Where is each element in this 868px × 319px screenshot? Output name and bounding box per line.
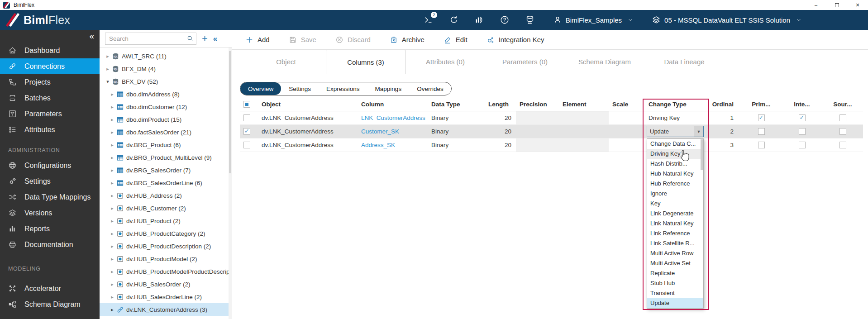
chart-icon[interactable] [474, 15, 484, 25]
dropdown-scrollbar-thumb[interactable] [701, 139, 703, 170]
sidebar-item-attributes[interactable]: Attributes [0, 122, 100, 138]
brand-logo[interactable]: BimlFlex [6, 13, 70, 27]
dropdown-option[interactable]: Key [647, 199, 703, 209]
dropdown-option[interactable]: Multi Active Row [647, 248, 703, 258]
dropdown-option[interactable]: Update [647, 298, 703, 308]
chevron-collapsed-icon[interactable]: ▸ [110, 167, 115, 173]
tree-add-button[interactable]: + [202, 33, 208, 43]
dropdown-option[interactable]: Hub Reference [647, 179, 703, 189]
discard-button[interactable]: Discard [335, 36, 371, 44]
sidebar-collapse-icon[interactable]: « [89, 32, 94, 40]
sidebar-item-versions[interactable]: Versions [0, 205, 100, 221]
console-icon[interactable]: 7 [424, 15, 434, 25]
dropdown-option[interactable]: Hash Distrib... [647, 159, 703, 169]
chevron-collapsed-icon[interactable]: ▸ [110, 117, 115, 123]
column-name-link[interactable]: Address_SK [361, 142, 395, 148]
tab-schema-diagram[interactable]: Schema Diagram [565, 50, 644, 74]
inte-checkbox[interactable] [799, 114, 806, 121]
dropdown-option[interactable]: Ignore [647, 189, 703, 199]
tab-data-lineage[interactable]: Data Lineage [644, 50, 724, 74]
tree-item[interactable]: ▸dbo.dimCustomer (12) [100, 100, 229, 113]
sidebar-item-reports[interactable]: Reports [0, 221, 100, 237]
tree-scrollbar[interactable] [229, 48, 232, 319]
tree-item[interactable]: ▾SQLBFX_DV (52) [100, 75, 229, 88]
archive-button[interactable]: Archive [390, 36, 424, 44]
chevron-collapsed-icon[interactable]: ▸ [110, 269, 115, 275]
sidebar-item-schema-diagram[interactable]: Schema Diagram [0, 296, 100, 312]
account-menu[interactable]: BimlFlex_Samples [553, 15, 634, 24]
sidebar-item-connections[interactable]: Connections [0, 58, 100, 74]
integration-key-button[interactable]: Integration Key [486, 36, 544, 44]
dropdown-option[interactable]: Transient [647, 288, 703, 298]
dropdown-option[interactable]: Link Reference [647, 229, 703, 238]
inte-checkbox[interactable] [799, 142, 806, 148]
database-icon[interactable] [525, 15, 535, 25]
row-checkbox[interactable] [243, 114, 250, 121]
chevron-collapsed-icon[interactable]: ▸ [110, 307, 115, 313]
tree-item[interactable]: ▸SQLBFX_DM (4) [100, 62, 229, 75]
select-all-checkbox[interactable] [243, 101, 250, 108]
sidebar-item-configurations[interactable]: Configurations [0, 157, 100, 173]
table-row[interactable]: dv.LNK_CustomerAddressCustomer_SKBinary2… [240, 125, 863, 138]
dropdown-option[interactable]: Link Degenerate [647, 209, 703, 219]
sour-checkbox[interactable] [839, 114, 846, 121]
dropdown-option[interactable]: Change Data C... [647, 139, 703, 149]
sidebar-item-projects[interactable]: Projects [0, 74, 100, 90]
chevron-collapsed-icon[interactable]: ▸ [110, 91, 115, 97]
table-row[interactable]: dv.LNK_CustomerAddressLNK_CustomerAddres… [240, 111, 863, 125]
chevron-collapsed-icon[interactable]: ▸ [110, 193, 115, 199]
sidebar-item-dashboard[interactable]: Dashboard [0, 43, 100, 58]
sidebar-item-accelerator[interactable]: Accelerator [0, 281, 100, 296]
chevron-collapsed-icon[interactable]: ▸ [110, 129, 115, 135]
dropdown-option[interactable]: Driving Key [647, 149, 703, 159]
tree-item[interactable]: ▸dv.HUB_SalesOrderLine (2) [100, 290, 229, 303]
subtab-overview[interactable]: Overview [240, 82, 281, 95]
inte-checkbox[interactable] [799, 128, 806, 135]
maximize-button[interactable] [826, 0, 847, 10]
tree-item[interactable]: ▸dv.HUB_ProductModelProductDescript... [100, 265, 229, 278]
sour-checkbox[interactable] [839, 128, 846, 135]
tree-item[interactable]: ▸dv.HUB_Product (2) [100, 214, 229, 227]
sidebar-item-parameters[interactable]: Parameters [0, 106, 100, 122]
dropdown-option[interactable]: Stub Hub [647, 278, 703, 288]
tree-item[interactable]: ▸SQLAWLT_SRC (11) [100, 50, 229, 62]
close-button[interactable]: ✕ [847, 0, 868, 10]
tab-attributes-0-[interactable]: Attributes (0) [405, 50, 485, 74]
sour-checkbox[interactable] [839, 142, 846, 148]
tree-item[interactable]: ▸dbo.dimProduct (15) [100, 113, 229, 126]
chevron-collapsed-icon[interactable]: ▸ [110, 180, 115, 186]
search-input[interactable] [105, 33, 196, 45]
tab-object[interactable]: Object [246, 50, 326, 74]
add-button[interactable]: Add [245, 36, 270, 44]
dropdown-option[interactable]: Multi Active Set [647, 258, 703, 268]
sidebar-item-documentation[interactable]: Documentation [0, 237, 100, 252]
table-row[interactable]: dv.LNK_CustomerAddressAddress_SKBinary20… [240, 138, 863, 152]
tree-item[interactable]: ▸dv.HUB_ProductCategory (2) [100, 227, 229, 240]
tree-item[interactable]: ▸dv.HUB_ProductModel (2) [100, 252, 229, 265]
sidebar-item-settings[interactable]: Settings [0, 173, 100, 189]
tree-collapse-button[interactable]: « [213, 35, 217, 43]
prim-checkbox[interactable] [758, 128, 765, 135]
tree-item[interactable]: ▸dv.LNK_CustomerAddress (3) [100, 303, 229, 316]
tree-scrollbar-thumb[interactable] [229, 51, 231, 173]
prim-checkbox[interactable] [758, 142, 765, 148]
tree-item[interactable]: ▸dv.BRG_SalesOrder (7) [100, 164, 229, 176]
tree-item[interactable]: ▸dv.HUB_Address (2) [100, 189, 229, 202]
tree-item[interactable]: ▸dv.HUB_SalesOrder (2) [100, 278, 229, 290]
chevron-collapsed-icon[interactable]: ▸ [110, 218, 115, 224]
tab-parameters-0-[interactable]: Parameters (0) [485, 50, 565, 74]
chevron-collapsed-icon[interactable]: ▸ [105, 53, 110, 59]
tree-item[interactable]: ▸dbo.factSalesOrder (21) [100, 126, 229, 138]
search-icon[interactable] [186, 35, 194, 42]
chevron-collapsed-icon[interactable]: ▸ [110, 243, 115, 249]
tree-item[interactable]: ▸dv.HUB_ProductDescription (2) [100, 240, 229, 252]
minimize-button[interactable]: – [806, 0, 826, 10]
tree-item[interactable]: ▸ [100, 316, 229, 319]
tab-columns-3-[interactable]: Columns (3) [326, 50, 405, 74]
subtab-expressions[interactable]: Expressions [319, 82, 367, 95]
solution-menu[interactable]: 05 - MSSQL DataVault ELT SSIS Solution [652, 15, 802, 24]
chevron-collapsed-icon[interactable]: ▸ [105, 66, 110, 72]
subtab-overrides[interactable]: Overrides [409, 82, 451, 95]
chevron-collapsed-icon[interactable]: ▸ [110, 231, 115, 237]
chevron-collapsed-icon[interactable]: ▸ [110, 294, 115, 300]
